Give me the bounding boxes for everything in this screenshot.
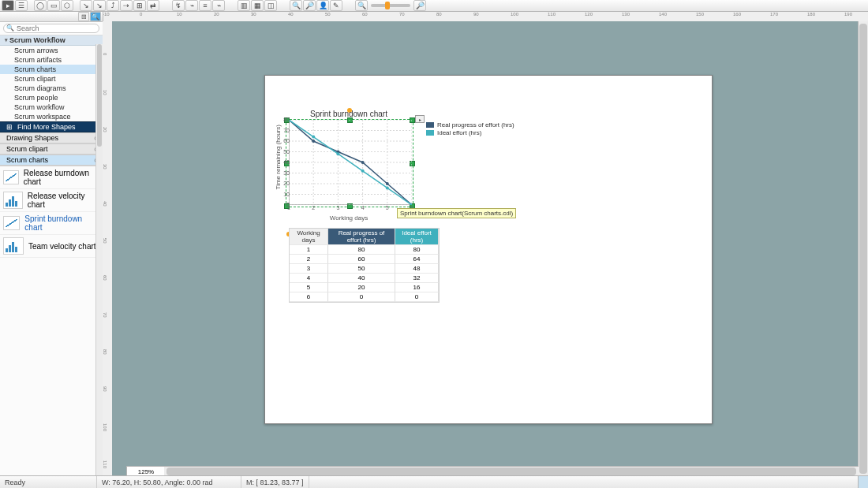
svg-point-24 xyxy=(312,136,315,139)
status-mouse: M: [ 81.23, 83.77 ] xyxy=(241,476,309,488)
tool-chart3-icon[interactable]: ◫ xyxy=(264,0,277,11)
page[interactable]: Sprint burndown chart ▸ Time remaining (… xyxy=(264,75,713,424)
svg-point-27 xyxy=(386,186,389,189)
tool-smart3-icon[interactable]: ≡ xyxy=(199,0,211,11)
shape-item[interactable]: Release burndown chart xyxy=(0,166,103,189)
line-icon xyxy=(3,216,20,230)
zoom-minus-icon[interactable]: 🔍 xyxy=(355,0,368,11)
tree-item[interactable]: Scrum clipart xyxy=(0,74,103,84)
canvas[interactable]: Sprint burndown chart ▸ Time remaining (… xyxy=(112,21,859,476)
tree-root-scrum-workflow[interactable]: ▾Scrum Workflow xyxy=(0,35,103,46)
shape-group[interactable]: Scrum clipart⊗ xyxy=(0,143,103,155)
tool-conn1-icon[interactable]: ⇢ xyxy=(120,0,133,11)
burndown-chart xyxy=(289,120,412,205)
data-table[interactable]: Working daysReal progress of effort (hrs… xyxy=(289,228,440,303)
tool-zoomin-icon[interactable]: 🔍 xyxy=(290,0,302,11)
shape-group[interactable]: Drawing Shapes⊗ xyxy=(0,132,103,143)
tool-chart1-icon[interactable]: ▥ xyxy=(238,0,250,11)
sidebar-view-toggle: ⊞ 🔍 xyxy=(0,12,103,22)
zoom-slider[interactable] xyxy=(371,4,410,7)
vertical-scrollbar[interactable] xyxy=(858,21,868,476)
tool-user-icon[interactable]: 👤 xyxy=(316,0,329,11)
shape-item[interactable]: Sprint burndown chart xyxy=(0,212,103,235)
tree-item[interactable]: Scrum arrows xyxy=(0,46,103,55)
y-axis-label: Time remaining (hours) xyxy=(275,125,282,189)
chart-action-icon[interactable]: ▸ xyxy=(415,115,425,123)
shape-item[interactable]: Release velocity chart xyxy=(0,189,103,212)
bars-icon xyxy=(3,192,23,209)
tree-item[interactable]: Scrum workspace xyxy=(0,112,103,121)
bars-icon xyxy=(3,237,24,255)
view-grid-icon[interactable]: ⊞ xyxy=(78,12,89,21)
main-toolbar: ▸ ☰ ◯ ▭ ⬡ ↘ ↘ ⤴ ⇢ ⊞ ⇄ ↯ ⌁ ≡ ⌁ ▥ ▦ ◫ 🔍 🔎 … xyxy=(0,0,868,12)
svg-point-18 xyxy=(312,140,315,143)
tree-item[interactable]: Scrum artifacts xyxy=(0,55,103,65)
tool-smart1-icon[interactable]: ↯ xyxy=(172,0,185,11)
tool-curve-icon[interactable]: ⤴ xyxy=(107,0,119,11)
tool-chart2-icon[interactable]: ▦ xyxy=(251,0,264,11)
status-resize-grip[interactable] xyxy=(858,476,868,488)
sidebar: ⊞ 🔍 🔍 ▾Scrum Workflow Scrum arrowsScrum … xyxy=(0,12,103,476)
tree-item[interactable]: Scrum workflow xyxy=(0,102,103,112)
view-list-icon[interactable]: 🔍 xyxy=(90,12,101,21)
tool-panel-icon[interactable]: ☰ xyxy=(15,0,28,11)
tool-conn3-icon[interactable]: ⇄ xyxy=(147,0,159,11)
object-tooltip: Sprint burndown chart(Scrum charts.cdl) xyxy=(397,208,516,218)
tool-zoomout-icon[interactable]: 🔎 xyxy=(303,0,316,11)
status-ready: Ready xyxy=(0,476,97,488)
svg-point-20 xyxy=(361,161,365,164)
line-icon xyxy=(3,170,19,184)
find-more-shapes[interactable]: Find More Shapes xyxy=(0,121,103,132)
tool-rect-icon[interactable]: ▭ xyxy=(47,0,60,11)
status-bar: Ready W: 76.20, H: 50.80, Angle: 0.00 ra… xyxy=(0,475,868,488)
shape-item[interactable]: Team velocity chart xyxy=(0,235,103,258)
chart-legend: Real progress of effort (hrs)Ideal effor… xyxy=(426,121,514,137)
tool-ellipse-icon[interactable]: ◯ xyxy=(34,0,47,11)
sidebar-scrollbar[interactable] xyxy=(95,44,103,476)
svg-point-21 xyxy=(386,182,389,185)
tool-edit-icon[interactable]: ✎ xyxy=(330,0,342,11)
search-icon: 🔍 xyxy=(6,24,14,32)
svg-point-26 xyxy=(361,169,365,173)
tree-item[interactable]: Scrum diagrams xyxy=(0,84,103,93)
x-axis-label: Working days xyxy=(286,214,412,222)
svg-point-25 xyxy=(336,152,339,155)
zoom-plus-icon[interactable]: 🔎 xyxy=(413,0,426,11)
tool-poly-icon[interactable]: ⬡ xyxy=(61,0,73,11)
tool-line-icon[interactable]: ↘ xyxy=(80,0,92,11)
search-input[interactable] xyxy=(3,24,99,33)
tree-item[interactable]: Scrum people xyxy=(0,93,103,102)
tree-item[interactable]: Scrum charts xyxy=(0,65,103,74)
shape-group[interactable]: Scrum charts⊗ xyxy=(0,155,103,166)
tool-pointer[interactable]: ▸ xyxy=(2,0,14,11)
tool-smart2-icon[interactable]: ⌁ xyxy=(185,0,198,11)
tool-arc-icon[interactable]: ↘ xyxy=(93,0,106,11)
tool-smart4-icon[interactable]: ⌁ xyxy=(212,0,225,11)
tool-conn2-icon[interactable]: ⊞ xyxy=(133,0,146,11)
status-dimensions: W: 76.20, H: 50.80, Angle: 0.00 rad xyxy=(97,476,241,488)
